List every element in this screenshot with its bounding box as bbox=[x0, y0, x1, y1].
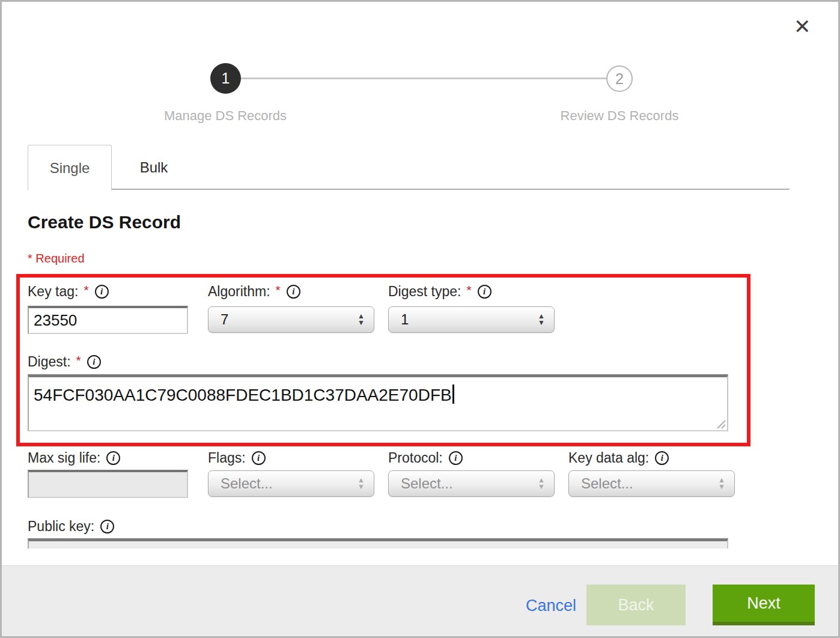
resize-handle-icon[interactable] bbox=[714, 418, 725, 428]
step-label-manage-ds-records: Manage DS Records bbox=[105, 108, 345, 124]
step-number-2: 2 bbox=[615, 70, 624, 88]
public-key-textarea[interactable] bbox=[28, 538, 728, 548]
chevron-updown-icon: ▲ ▼ bbox=[358, 477, 365, 490]
public-key-label-row: Public key: i bbox=[28, 517, 114, 535]
digest-type-label: Digest type: bbox=[388, 284, 461, 300]
protocol-select-value: Select... bbox=[389, 475, 538, 492]
digest-label: Digest: bbox=[28, 354, 71, 370]
chevron-updown-icon: ▲ ▼ bbox=[538, 313, 545, 326]
digest-label-row: Digest: * i bbox=[28, 353, 101, 371]
required-asterisk: * bbox=[76, 353, 81, 368]
key-tag-label-row: Key tag: * i bbox=[28, 282, 109, 300]
tabs-underline bbox=[112, 189, 790, 190]
flags-select[interactable]: Select... ▲ ▼ bbox=[208, 470, 374, 497]
arrow-down-icon: ▼ bbox=[538, 320, 545, 326]
required-note: * Required bbox=[28, 252, 85, 266]
tab-single[interactable]: Single bbox=[28, 145, 112, 190]
protocol-label-row: Protocol: i bbox=[388, 449, 463, 467]
flags-select-value: Select... bbox=[208, 475, 358, 492]
arrow-down-icon: ▼ bbox=[718, 484, 725, 490]
public-key-label: Public key: bbox=[28, 518, 94, 535]
tab-bulk[interactable]: Bulk bbox=[112, 145, 196, 190]
digest-type-select-value: 1 bbox=[389, 311, 538, 328]
chevron-updown-icon: ▲ ▼ bbox=[358, 313, 365, 326]
digest-textarea[interactable]: 54FCF030AA1C79C0088FDEC1BD1C37DAA2E70DFB bbox=[28, 374, 728, 431]
algorithm-label-row: Algorithm: * i bbox=[208, 282, 300, 300]
page-title: Create DS Record bbox=[28, 212, 181, 232]
step-circle-1: 1 bbox=[210, 63, 241, 94]
required-asterisk: * bbox=[84, 283, 88, 297]
create-ds-record-modal: ✕ 1 2 Manage DS Records Review DS Record… bbox=[0, 0, 840, 638]
text-cursor bbox=[452, 384, 454, 404]
max-sig-life-label-row: Max sig life: i bbox=[28, 449, 120, 467]
protocol-label: Protocol: bbox=[388, 450, 443, 466]
algorithm-label: Algorithm: bbox=[208, 284, 270, 300]
info-icon[interactable]: i bbox=[449, 451, 463, 465]
chevron-updown-icon: ▲ ▼ bbox=[538, 477, 545, 490]
info-icon[interactable]: i bbox=[95, 285, 109, 299]
algorithm-select[interactable]: 7 ▲ ▼ bbox=[208, 306, 374, 333]
info-icon[interactable]: i bbox=[478, 285, 492, 299]
info-icon[interactable]: i bbox=[252, 451, 266, 465]
info-icon[interactable]: i bbox=[87, 355, 101, 369]
info-icon[interactable]: i bbox=[100, 520, 114, 533]
flags-label-row: Flags: i bbox=[208, 449, 266, 467]
back-button[interactable]: Back bbox=[586, 585, 686, 625]
step-connector bbox=[241, 77, 606, 79]
info-icon[interactable]: i bbox=[655, 451, 669, 465]
key-tag-label: Key tag: bbox=[28, 284, 78, 300]
step-circle-2: 2 bbox=[606, 65, 633, 92]
step-number-1: 1 bbox=[222, 70, 230, 87]
required-asterisk: * bbox=[466, 283, 471, 297]
max-sig-life-label: Max sig life: bbox=[28, 450, 100, 466]
arrow-down-icon: ▼ bbox=[358, 484, 365, 490]
next-button[interactable]: Next bbox=[713, 585, 815, 625]
flags-label: Flags: bbox=[208, 450, 246, 466]
protocol-select[interactable]: Select... ▲ ▼ bbox=[388, 470, 555, 497]
key-tag-input[interactable] bbox=[28, 306, 188, 334]
arrow-down-icon: ▼ bbox=[538, 484, 545, 490]
info-icon[interactable]: i bbox=[106, 451, 120, 465]
digest-type-label-row: Digest type: * i bbox=[388, 282, 492, 300]
arrow-down-icon: ▼ bbox=[358, 320, 365, 326]
max-sig-life-input[interactable] bbox=[28, 470, 188, 498]
algorithm-select-value: 7 bbox=[208, 311, 358, 328]
info-icon[interactable]: i bbox=[287, 285, 300, 299]
key-data-alg-label: Key data alg: bbox=[568, 450, 649, 466]
chevron-updown-icon: ▲ ▼ bbox=[718, 477, 725, 490]
digest-type-select[interactable]: 1 ▲ ▼ bbox=[388, 306, 555, 333]
step-label-review-ds-records: Review DS Records bbox=[499, 108, 740, 124]
close-icon[interactable]: ✕ bbox=[794, 16, 811, 37]
cancel-link[interactable]: Cancel bbox=[526, 597, 576, 615]
key-data-alg-select-value: Select... bbox=[569, 475, 718, 492]
key-data-alg-select[interactable]: Select... ▲ ▼ bbox=[568, 470, 735, 497]
key-data-alg-label-row: Key data alg: i bbox=[568, 449, 669, 467]
required-asterisk: * bbox=[276, 283, 281, 297]
digest-value: 54FCF030AA1C79C0088FDEC1BD1C37DAA2E70DFB bbox=[34, 386, 452, 404]
